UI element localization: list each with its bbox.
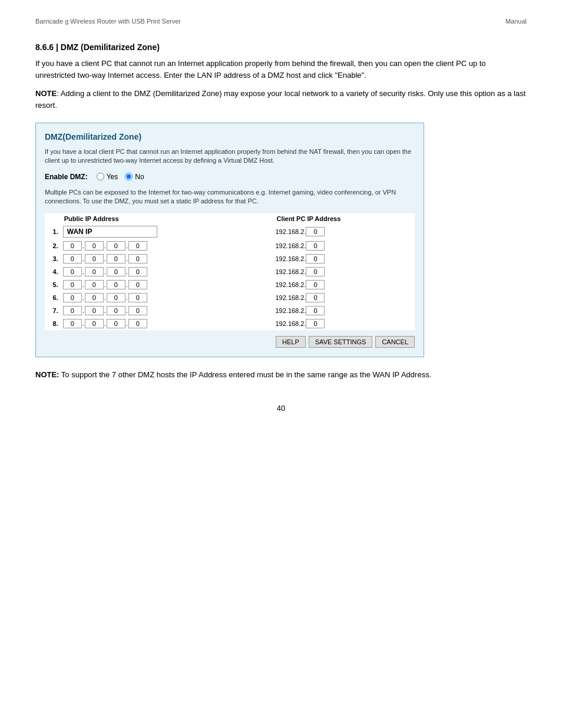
public-ip-octet-4[interactable] [128, 254, 147, 263]
public-ip-octet-4[interactable] [128, 293, 147, 302]
ip-separator: . [82, 320, 84, 327]
public-ip-cell: ... [61, 291, 226, 304]
note1-bold: NOTE [35, 89, 57, 98]
client-ip-last-octet[interactable] [306, 306, 325, 315]
note-text-1: NOTE: Adding a client to the DMZ (Demili… [35, 88, 527, 111]
ip-separator: . [104, 294, 106, 301]
ip-separator: . [126, 294, 128, 301]
public-ip-octet-2[interactable] [85, 306, 104, 315]
col-client-header: Client PC IP Address [273, 213, 415, 224]
row-number: 1. [45, 224, 61, 239]
client-ip-cell: 192.168.2. [273, 304, 415, 317]
public-ip-octet-4[interactable] [128, 280, 147, 289]
multi-pc-note: Multiple PCs can be exposed to the Inter… [45, 188, 415, 206]
public-ip-octet-4[interactable] [128, 241, 147, 251]
client-ip-cell: 192.168.2. [273, 291, 415, 304]
row-number: 7. [45, 304, 61, 317]
public-ip-cell: ... [61, 239, 226, 252]
client-ip-last-octet[interactable] [306, 280, 325, 289]
ip-separator: . [82, 255, 84, 262]
radio-yes[interactable] [97, 173, 104, 180]
client-ip-prefix: 192.168.2. [275, 242, 306, 249]
client-ip-last-octet[interactable] [306, 241, 325, 251]
spacer-cell [226, 239, 273, 252]
col-spacer [226, 213, 273, 224]
ip-separator: . [104, 281, 106, 288]
header-left: Barricade g Wireless Router with USB Pri… [35, 18, 181, 25]
dmz-table: Public IP Address Client PC IP Address 1… [45, 213, 415, 330]
ip-separator: . [104, 268, 106, 275]
public-ip-octet-3[interactable] [107, 254, 125, 263]
public-ip-octet-1[interactable] [63, 267, 82, 276]
ip-separator: . [104, 307, 106, 314]
public-ip-octet-2[interactable] [85, 254, 104, 263]
public-ip-cell: ... [61, 317, 226, 330]
ip-separator: . [104, 242, 106, 249]
public-ip-octet-4[interactable] [128, 267, 147, 276]
ip-separator: . [126, 255, 128, 262]
public-ip-octet-3[interactable] [107, 267, 125, 276]
ip-separator: . [126, 320, 128, 327]
public-ip-cell: WAN IP [61, 224, 226, 239]
col-public-header: Public IP Address [61, 213, 226, 224]
row-number: 8. [45, 317, 61, 330]
public-ip-octet-4[interactable] [128, 306, 147, 315]
client-ip-last-octet[interactable] [306, 227, 325, 236]
radio-yes-label[interactable]: Yes [97, 173, 118, 181]
public-ip-octet-3[interactable] [107, 293, 125, 302]
public-ip-octet-1[interactable] [63, 293, 82, 302]
dmz-box: DMZ(Demilitarized Zone) If you have a lo… [35, 123, 424, 357]
public-ip-octet-1[interactable] [63, 280, 82, 289]
public-ip-octet-2[interactable] [85, 319, 104, 328]
public-ip-octet-2[interactable] [85, 241, 104, 251]
public-ip-octet-3[interactable] [107, 241, 125, 251]
client-ip-last-octet[interactable] [306, 254, 325, 263]
public-ip-octet-1[interactable] [63, 319, 82, 328]
radio-no-label[interactable]: No [125, 173, 144, 181]
page-number: 40 [277, 404, 285, 413]
spacer-cell [226, 224, 273, 239]
public-ip-octet-1[interactable] [63, 306, 82, 315]
client-ip-prefix: 192.168.2. [275, 281, 306, 288]
spacer-cell [226, 278, 273, 291]
note2-rest: To support the 7 other DMZ hosts the IP … [59, 370, 431, 379]
note2-bold: NOTE: [35, 370, 59, 379]
row-number: 2. [45, 239, 61, 252]
client-ip-last-octet[interactable] [306, 319, 325, 328]
public-ip-octet-3[interactable] [107, 306, 125, 315]
public-ip-octet-3[interactable] [107, 319, 125, 328]
client-ip-prefix: 192.168.2. [275, 320, 306, 327]
page-header: Barricade g Wireless Router with USB Pri… [35, 18, 527, 25]
row-number: 3. [45, 252, 61, 265]
public-ip-octet-2[interactable] [85, 293, 104, 302]
public-ip-octet-1[interactable] [63, 241, 82, 251]
spacer-cell [226, 304, 273, 317]
client-ip-prefix: 192.168.2. [275, 307, 306, 314]
row-number: 6. [45, 291, 61, 304]
ip-separator: . [126, 242, 128, 249]
ip-separator: . [82, 242, 84, 249]
page-footer: 40 [35, 404, 527, 413]
enable-dmz-label: Enable DMZ: [45, 173, 88, 181]
client-ip-cell: 192.168.2. [273, 252, 415, 265]
public-ip-octet-3[interactable] [107, 280, 125, 289]
public-ip-octet-2[interactable] [85, 280, 104, 289]
client-ip-last-octet[interactable] [306, 267, 325, 276]
table-row: 7....192.168.2. [45, 304, 415, 317]
radio-group: Yes No [97, 173, 144, 181]
public-ip-octet-1[interactable] [63, 254, 82, 263]
client-ip-prefix: 192.168.2. [275, 255, 306, 262]
radio-no[interactable] [125, 173, 133, 180]
help-button[interactable]: HELP [276, 336, 306, 348]
table-row: 2....192.168.2. [45, 239, 415, 252]
table-row: 4....192.168.2. [45, 265, 415, 278]
cancel-button[interactable]: CANCEL [375, 336, 415, 348]
table-row: 1.WAN IP192.168.2. [45, 224, 415, 239]
yes-text: Yes [107, 173, 118, 181]
public-ip-octet-4[interactable] [128, 319, 147, 328]
public-ip-octet-2[interactable] [85, 267, 104, 276]
client-ip-last-octet[interactable] [306, 293, 325, 302]
ip-separator: . [82, 307, 84, 314]
client-ip-cell: 192.168.2. [273, 239, 415, 252]
save-settings-button[interactable]: SAVE SETTINGS [309, 336, 373, 348]
